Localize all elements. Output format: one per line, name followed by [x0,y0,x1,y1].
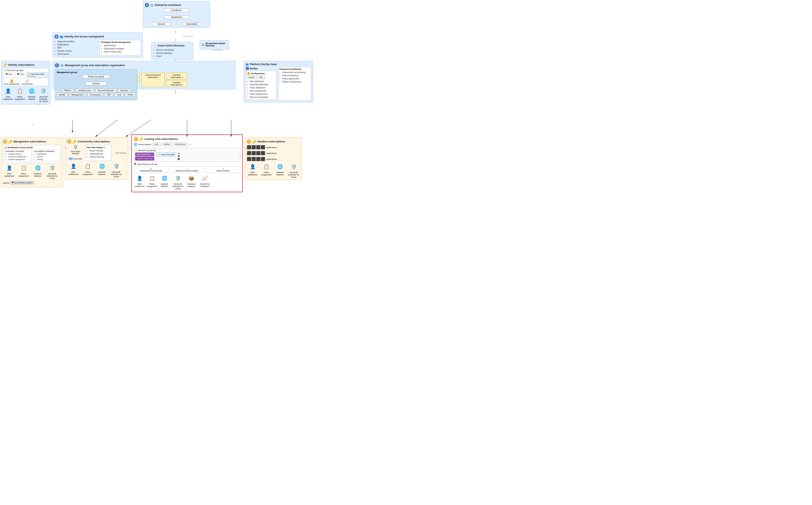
mgmt-ms-defender: 🛡️ Microsoft Defender for Cloud [46,164,58,179]
applications-1-label: Applications [266,146,277,149]
azure-monitor-arrow: → [37,103,40,106]
landing-zone-subscriptions-section: F 🔑 Landing zone subscriptions 🌐 Virtual… [131,135,243,192]
iam-list: Approval workflow Notifications MFA Acce… [54,40,93,56]
mgmt-group-title: Management group and subscription organi… [65,64,125,67]
management-subscriptions-section: D 🔑 Management subscriptions 📊 Dashboard… [1,138,63,187]
ddos-label: Azure DDoS Standard [67,150,84,155]
mgmt-policy-assign: 📋 Policy assignment [17,164,30,177]
platform-devops-section: 👥 Platform DevOps team I DevOps 🔶 Git Re… [244,61,313,103]
identity-mgmt-box: Identity [57,93,67,97]
identity-subscriptions-section: 🔑 Identity subscriptions 📋 Resource grou… [1,61,50,105]
lz-container-registry: 📦 Container Registry [186,175,197,187]
sandbox-sub1-box: Sandbox subscription 1 [166,73,187,79]
resource-groups-lz-label: Resource groups(s) [138,149,156,151]
recovery-services-label: Recovery Services vault(s) [171,170,203,172]
conn-network-watcher: 🌐 Network Watcher [96,163,108,175]
lz-dashboards-label: Dashboards (Azure portal) [135,170,167,172]
badge-c: C [55,63,59,67]
lz-network-watcher: 🌐 Network Watcher [159,175,170,187]
conn-ms-defender: 🛡️ Microsoft Defender for Cloud [110,163,123,178]
log-analytics-label: Log analytics workspace [34,150,59,152]
connectivity-subscriptions-section: E 🔑 Connectivity subscriptions 🛡️ Azure … [65,138,128,180]
sandbox-role-ent: 👤 Role entitlement [247,163,259,176]
role-ent-icon-item: 👤 Role entitlement [3,88,13,100]
mgmt-network-watcher: 🌐 Network Watcher [31,164,44,177]
identity-access-section: B 👥 Identity and access management Appro… [52,32,143,57]
resource-groups-label: Resource group(s) [7,69,24,71]
key-vault-label: Azure Key Vault [31,73,44,75]
mgmt-sub-icons: 👤 Role entitlement 📋 Policy assignment 🌐… [3,164,61,179]
automation-label: Automation account(s) [5,150,30,152]
user-node-pool-label: User Node Pool [135,153,154,156]
account-box: Account [152,22,171,26]
azure-ad-list: Service principal(s) Security group(s) U… [153,48,191,58]
lz-sub-key-icon: 🔑 [139,137,143,141]
badge-f: F [134,137,138,141]
shared-services-label: Shared services [207,170,239,172]
mgmt-role-ent: 👤 Role entitlement [3,164,16,177]
sandbox-sub-key-icon: 🔑 [252,140,256,144]
mgmt-subs-title: Management subscriptions [13,140,46,143]
lz-subs-title: Landing zone subscriptions [144,138,178,141]
connectivity-mgmt-box: Connectivity [88,93,103,97]
sandbox-sub-icons: 👤 Role entitlement 📋 Policy assignment 🌐… [247,163,300,178]
badge-i: I [246,67,249,70]
lz-sub-icons: 👤 Role entitlement 📋 Policy assignment 🌐… [134,175,240,190]
dc1-box: 🖥️ DC1 [4,72,14,78]
landing-zones-box: Landing zones [76,89,93,92]
conn-policy-assign: 📋 Policy assignment [81,163,94,175]
sandbox-box: Sandbox [118,89,130,92]
mgmt-group-inner: Management group Tenant root group Conto… [55,69,137,100]
arrow-e-to-f: → [129,146,132,150]
conn-sub-key-icon: 🔑 [72,140,76,144]
on-premises-ad-title: On-premises Active Directory [205,42,227,47]
devops-list: Role definitions PolicySet definitions P… [247,80,276,99]
lz-key-vault-label: Azure Key Vault [161,154,174,156]
diagram-container: A 🏢 Enterprise enrollment Enrollment Dep… [0,0,406,252]
lz-role-ent: 👤 Role entitlement [134,175,145,187]
conn-subs-title: Connectivity subscriptions [77,140,110,143]
corp-box: Corp [115,93,123,97]
azure-ad-title: Azure Active Directory [158,44,184,47]
recovery-label: Recovery... [28,75,46,77]
management-group-label: Management group [57,71,135,73]
identity-subs-title: Identity subscriptions [8,63,34,66]
azure-monitor-label: Azure Monitor [21,83,33,85]
git-repo-label: Git Repository [251,72,265,74]
pim-list: App/DevOps Subscription manager Other cu… [101,44,140,53]
svg-line-12 [126,120,151,137]
deployment-pipeline-label: Deployment pipeline(s) [279,68,310,70]
hub-vnet-list: Azure Firewall ExpressRoute VPN (P25/S2S… [87,149,110,159]
department-box: Department [164,15,189,19]
enterprise-enrollment-section: A 🏢 Enterprise enrollment Enrollment Dep… [143,1,210,28]
mgmt-sub-key-icon: 🔑 [8,140,12,144]
enrollment-box: Enrollment [164,8,189,12]
management-mgmt-box: Management [69,93,85,97]
system-node-pool-label: System Node Pool [135,157,154,161]
hub-vnet-label: Hub VNet Region 1 [87,146,110,149]
badge-h: H [247,140,251,144]
arrow-d-to-e: → [63,146,67,150]
tenant-root-box: Tenant root group [83,75,110,78]
on-premises-ad-section: 🏢 On-premises Active Directory [200,40,229,49]
pim-title: Privileged Identity Management [101,41,140,43]
nsg-asg-box: NSG/ASG(s) [173,143,188,146]
network-watcher-icon-item: 🌐 Network Watcher [27,88,37,100]
dc2-box: 🖥️ DC2 [15,72,25,78]
platform-box: Platform [62,89,73,92]
wiki-box: Wiki [258,75,265,79]
sandbox-policy-assign: 📋 Policy assignment [261,163,272,176]
badge-a: A [145,3,149,7]
iam-title: Identity and access management [64,35,104,38]
boards-box: Boards [247,75,257,79]
dns-vnet-box: DNS [153,143,160,146]
lz-monitor-containers: 📈 Monitor for Containers [198,175,212,187]
lz-ms-defender: 🛡️ Microsoft Defender for Cloud [171,175,185,190]
subset-label: Subset [3,182,9,184]
subscription-box: Subscription [182,22,201,26]
policy-assign-icon-item: 📋 Policy assignment [15,88,25,100]
udr-box: UDR(s) [162,143,172,146]
on-premises-label: 🖥️ On-premises systems [10,181,34,184]
vnet-peering-label: VNet peering [115,152,126,154]
cost-mgmt-label: Cost management [4,83,20,85]
